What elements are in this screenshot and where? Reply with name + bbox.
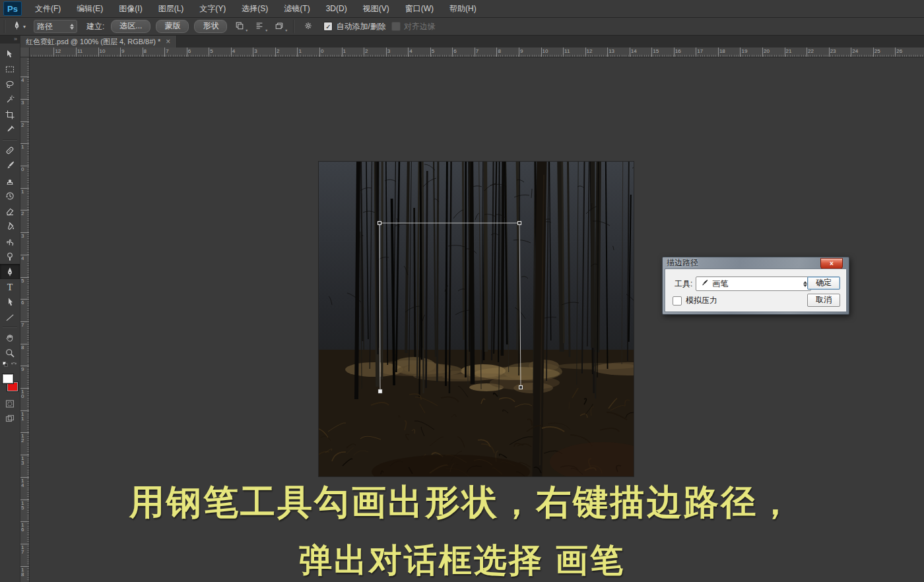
- menu-item[interactable]: 3D(D): [318, 0, 355, 17]
- path-operations-button[interactable]: ▾: [232, 20, 247, 33]
- ruler-number: 7: [166, 48, 168, 54]
- photoshop-logo: Ps: [3, 1, 22, 16]
- path-alignment-button[interactable]: ▾: [252, 20, 267, 33]
- lasso-tool[interactable]: [0, 77, 20, 92]
- tools-panel: » T: [0, 36, 20, 582]
- ruler-number: 7: [476, 48, 478, 54]
- ruler-number: 23: [830, 48, 836, 54]
- menu-item[interactable]: 编辑(E): [69, 0, 111, 17]
- tool-mode-select[interactable]: 路径: [34, 20, 77, 33]
- tool-preset-picker[interactable]: ▾: [9, 20, 28, 32]
- ruler-number: 10: [543, 48, 548, 54]
- gradient-tool[interactable]: [0, 218, 20, 234]
- ruler-number: 9: [520, 48, 523, 54]
- ruler-number: 21: [786, 48, 792, 54]
- menu-item[interactable]: 视图(V): [355, 0, 397, 17]
- smudge-tool[interactable]: [0, 234, 20, 249]
- ruler-number: 7: [21, 323, 24, 327]
- make-buttons: 选区...蒙版形状: [108, 20, 230, 33]
- ruler-number: 12: [55, 48, 61, 54]
- crop-tool[interactable]: [0, 107, 20, 122]
- ruler-number: 8: [21, 345, 24, 350]
- menu-item[interactable]: 帮助(H): [442, 0, 484, 17]
- path-arrangement-button[interactable]: ▾: [272, 20, 286, 33]
- menu-item[interactable]: 图层(L): [150, 0, 192, 17]
- pen-path-overlay[interactable]: [319, 162, 634, 476]
- ruler-number: 1 7: [21, 545, 24, 554]
- ruler-number: 1 6: [21, 523, 24, 532]
- color-swatches: [0, 372, 20, 396]
- make-button[interactable]: 蒙版: [156, 20, 189, 33]
- simulate-pressure-label: 模拟压力: [686, 295, 717, 306]
- move-tool[interactable]: [0, 46, 20, 61]
- make-button[interactable]: 形状: [194, 20, 227, 33]
- ruler-number: 5: [210, 48, 213, 54]
- menu-items: 文件(F)编辑(E)图像(I)图层(L)文字(Y)选择(S)滤镜(T)3D(D)…: [27, 0, 484, 17]
- gear-icon[interactable]: [301, 20, 315, 33]
- clone-stamp-tool[interactable]: [0, 173, 20, 188]
- ruler-number: 6: [453, 48, 456, 54]
- horizontal-ruler: 1211109876543210123456789101112131415161…: [29, 48, 924, 57]
- make-button[interactable]: 选区...: [111, 20, 150, 33]
- quick-mask-button[interactable]: [0, 396, 20, 411]
- ruler-number: 1 0: [21, 389, 24, 399]
- menu-item[interactable]: 文件(F): [27, 0, 69, 17]
- toolbar-collapse-button[interactable]: »: [0, 36, 20, 44]
- auto-add-delete-checkbox[interactable]: ✓: [323, 22, 333, 31]
- menu-item[interactable]: 滤镜(T): [276, 0, 317, 17]
- menu-item[interactable]: 选择(S): [234, 0, 276, 17]
- path-selection-tool[interactable]: [0, 294, 20, 309]
- line-tool[interactable]: [0, 309, 20, 325]
- ruler-number: 10: [100, 48, 106, 54]
- ruler-number: 1 8: [21, 567, 24, 577]
- cancel-button[interactable]: 取消: [807, 294, 840, 307]
- ruler-number: 3: [21, 234, 24, 238]
- canvas[interactable]: [319, 162, 634, 476]
- select-spinner-icon: [70, 24, 74, 30]
- ruler-number: 0: [321, 48, 323, 54]
- eraser-tool[interactable]: [0, 203, 20, 218]
- ruler-number: 3: [254, 48, 257, 54]
- brush-tool[interactable]: [0, 158, 20, 173]
- screen-mode-button[interactable]: [0, 411, 20, 426]
- align-edges-checkbox: [391, 22, 401, 31]
- ruler-number: 1: [298, 48, 301, 54]
- ruler-number: 5: [432, 48, 434, 54]
- ruler-number: 17: [697, 48, 703, 54]
- dialog-close-button[interactable]: ×: [820, 258, 843, 269]
- type-tool[interactable]: T: [0, 279, 20, 294]
- ruler-number: 4: [21, 256, 24, 261]
- eyedropper-tool[interactable]: [0, 122, 20, 137]
- menu-item[interactable]: 图像(I): [111, 0, 150, 17]
- make-label: 建立:: [86, 21, 104, 32]
- svg-text:T: T: [7, 282, 13, 292]
- marquee-tool[interactable]: [0, 61, 20, 77]
- ruler-number: 1 2: [21, 434, 24, 443]
- close-icon[interactable]: ×: [166, 38, 170, 46]
- zoom-tool[interactable]: [0, 345, 20, 360]
- ok-button[interactable]: 确定: [807, 276, 840, 290]
- default-colors-icon[interactable]: [2, 360, 10, 372]
- document-tab[interactable]: 红色霓虹.psd @ 100% (图层 4, RGB/8#) * ×: [20, 36, 177, 48]
- swap-colors-icon[interactable]: [10, 360, 18, 372]
- stroke-tool-value: 画笔: [712, 278, 728, 290]
- stroke-tool-select[interactable]: 画笔: [696, 276, 811, 291]
- foreground-color-swatch[interactable]: [2, 373, 14, 384]
- pen-tool[interactable]: [0, 264, 20, 279]
- history-brush-tool[interactable]: [0, 188, 20, 203]
- simulate-pressure-checkbox[interactable]: [673, 296, 682, 306]
- caption-line-1: 用钢笔工具勾画出形状，右键描边路径，: [129, 479, 795, 527]
- dodge-tool[interactable]: [0, 249, 20, 264]
- stroke-path-dialog: 描边路径 × 工具: 画笔 确定 取消 模拟压力: [662, 257, 849, 315]
- healing-brush-tool[interactable]: [0, 143, 20, 158]
- menu-item[interactable]: 文字(Y): [191, 0, 234, 17]
- ruler-number: 11: [564, 48, 570, 54]
- hand-tool[interactable]: [0, 330, 20, 345]
- ruler-number: 1 4: [21, 478, 24, 488]
- ruler-number: 2: [21, 123, 24, 127]
- magic-wand-tool[interactable]: [0, 92, 20, 107]
- menu-item[interactable]: 窗口(W): [397, 0, 442, 17]
- ruler-number: 4: [21, 78, 24, 82]
- ruler-number: 1: [21, 189, 24, 194]
- ruler-number: 2: [365, 48, 368, 54]
